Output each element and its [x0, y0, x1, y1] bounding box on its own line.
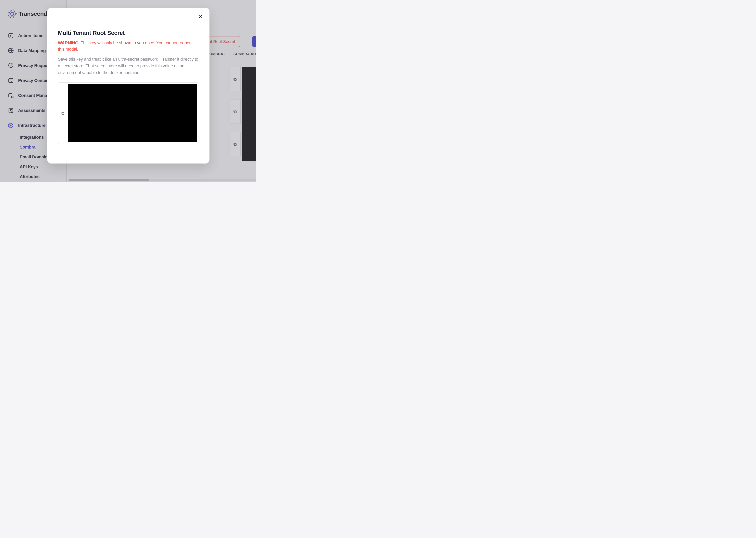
warning-label: WARNING — [58, 40, 78, 45]
secret-value-box — [58, 82, 199, 144]
modal-description: Save this key and treat it like an ultra… — [58, 56, 199, 76]
svg-rect-14 — [62, 113, 64, 114]
modal-warning: WARNING: This key will only be shown to … — [58, 40, 199, 52]
modal-title: Multi Tenant Root Secret — [58, 29, 199, 36]
secret-value-redacted — [68, 84, 197, 142]
close-button[interactable] — [198, 13, 204, 19]
copy-secret-button[interactable] — [60, 111, 66, 115]
secret-modal: Multi Tenant Root Secret WARNING: This k… — [47, 8, 210, 164]
